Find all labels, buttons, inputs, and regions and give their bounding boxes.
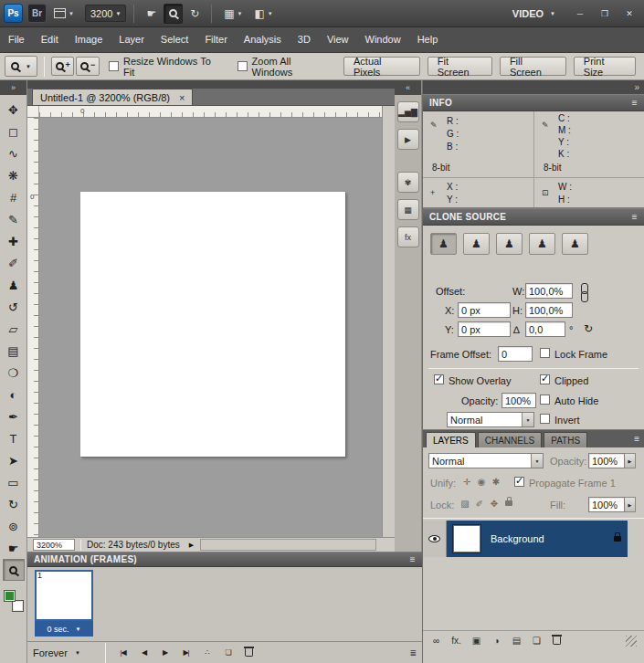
- opacity-input[interactable]: 100%: [501, 393, 536, 408]
- duplicate-frame-button[interactable]: ❏: [217, 644, 238, 661]
- tab-channels[interactable]: CHANNELS: [478, 432, 542, 447]
- menu-analysis[interactable]: Analysis: [236, 27, 290, 52]
- rotate-view-button[interactable]: ↻: [185, 4, 204, 24]
- unify-style-button[interactable]: ✱: [489, 475, 503, 488]
- animation-frame-1[interactable]: 1 0 sec.: [35, 570, 97, 638]
- play-button[interactable]: ▶: [154, 644, 175, 661]
- actual-pixels-button[interactable]: Actual Pixels: [343, 57, 420, 76]
- menu-window[interactable]: Window: [357, 27, 409, 52]
- loop-select[interactable]: Forever: [33, 647, 99, 658]
- restore-button[interactable]: ❐: [594, 5, 616, 22]
- clone-stamp-tool[interactable]: ♟: [3, 274, 25, 296]
- hand-tool-button[interactable]: ☛: [142, 4, 161, 24]
- 3d-rotate-tool[interactable]: ↻: [3, 493, 25, 515]
- x-input[interactable]: 0 px: [458, 302, 511, 318]
- history-brush-tool[interactable]: ↺: [3, 296, 25, 318]
- canvas-area[interactable]: [39, 118, 382, 537]
- document-tab[interactable]: Untitled-1 @ 3200% (RGB/8) ×: [32, 89, 193, 105]
- panel-menu-icon[interactable]: ≡: [632, 212, 638, 222]
- close-button[interactable]: ✕: [618, 5, 640, 22]
- status-zoom-input[interactable]: 3200%: [33, 539, 75, 551]
- slider-arrow-icon[interactable]: [625, 497, 636, 512]
- dock-collapse-strip[interactable]: »: [423, 80, 644, 94]
- layer-style-button[interactable]: fx.: [450, 634, 462, 648]
- print-size-button[interactable]: Print Size: [574, 57, 636, 76]
- unify-visibility-button[interactable]: ◉: [474, 475, 489, 488]
- fill-control[interactable]: 100%: [588, 497, 636, 512]
- fill-input[interactable]: 100%: [588, 497, 625, 512]
- eyedropper-tool[interactable]: ✎: [3, 208, 25, 230]
- panel-menu-icon[interactable]: ≡: [632, 98, 638, 108]
- styles-panel-icon[interactable]: fx: [397, 226, 419, 247]
- view-extras-button[interactable]: [49, 4, 79, 24]
- resize-grip[interactable]: [626, 636, 637, 647]
- previous-frame-button[interactable]: ◀: [133, 644, 154, 661]
- lock-all-button[interactable]: [501, 497, 516, 510]
- tab-layers[interactable]: LAYERS: [426, 432, 476, 447]
- quick-selection-tool[interactable]: ❋: [3, 164, 25, 186]
- next-frame-button[interactable]: ▶|: [175, 644, 196, 661]
- menu-view[interactable]: View: [319, 27, 357, 52]
- lock-pixels-button[interactable]: ✐: [472, 497, 487, 510]
- launch-bridge-button[interactable]: Br: [27, 4, 47, 23]
- frame-thumbnail[interactable]: [35, 570, 93, 621]
- fit-screen-button[interactable]: Fit Screen: [428, 57, 492, 76]
- brush-tool[interactable]: ✐: [3, 252, 25, 274]
- arrange-documents-button[interactable]: ▦: [219, 4, 247, 24]
- type-tool[interactable]: T: [3, 427, 25, 449]
- tab-paths[interactable]: PATHS: [544, 432, 587, 447]
- auto-hide-checkbox[interactable]: [540, 395, 550, 405]
- pen-tool[interactable]: ✒: [3, 405, 25, 427]
- horizontal-ruler[interactable]: 0: [39, 106, 382, 118]
- show-overlay-checkbox[interactable]: [434, 374, 444, 384]
- menu-file[interactable]: File: [0, 27, 33, 52]
- path-selection-tool[interactable]: ➤: [3, 449, 25, 471]
- overlay-blend-mode-select[interactable]: Normal: [447, 412, 534, 427]
- checkbox[interactable]: [238, 61, 248, 71]
- color-panel-icon[interactable]: ✾: [397, 172, 419, 193]
- crop-tool[interactable]: #: [3, 186, 25, 208]
- healing-brush-tool[interactable]: ✚: [3, 230, 25, 252]
- frame-delay-select[interactable]: 0 sec.: [35, 621, 93, 637]
- layer-thumbnail[interactable]: [453, 525, 480, 552]
- resize-windows-checkbox[interactable]: Resize Windows To Fit: [109, 56, 223, 78]
- invert-checkbox[interactable]: [540, 414, 550, 424]
- new-group-button[interactable]: ▤: [511, 634, 523, 648]
- vertical-scrollbar[interactable]: [382, 106, 395, 537]
- zoom-tool-button[interactable]: [164, 4, 183, 24]
- lock-position-button[interactable]: ✥: [487, 497, 501, 510]
- zoom-in-button[interactable]: +: [51, 57, 75, 76]
- actions-panel-icon[interactable]: ▶: [397, 129, 419, 150]
- dock-collapse-strip[interactable]: «: [395, 80, 421, 95]
- 3d-orbit-tool[interactable]: ⊚: [3, 515, 25, 537]
- clone-source-panel-title[interactable]: CLONE SOURCE: [429, 212, 506, 222]
- y-input[interactable]: 0 px: [458, 321, 511, 337]
- angle-input[interactable]: 0,0: [525, 321, 565, 337]
- lock-frame-checkbox[interactable]: [540, 348, 550, 358]
- clone-source-2-button[interactable]: ♟: [463, 233, 490, 255]
- checkbox[interactable]: [109, 61, 119, 71]
- clone-source-4-button[interactable]: ♟: [529, 233, 555, 255]
- menu-3d[interactable]: 3D: [290, 27, 319, 52]
- lock-transparency-button[interactable]: ▨: [458, 497, 472, 510]
- close-icon[interactable]: ×: [179, 92, 185, 103]
- tool-preset-picker[interactable]: [5, 56, 37, 77]
- gradient-tool[interactable]: ▤: [3, 340, 25, 362]
- layer-row-background[interactable]: Background: [423, 521, 628, 557]
- layer-name[interactable]: Background: [491, 533, 544, 544]
- workspace-switcher[interactable]: VIDEO: [512, 8, 566, 19]
- link-icon[interactable]: [580, 283, 588, 303]
- layer-visibility-toggle[interactable]: [423, 521, 447, 557]
- shape-tool[interactable]: ▭: [3, 471, 25, 493]
- reset-transform-icon[interactable]: ↻: [584, 322, 593, 335]
- convert-to-timeline-button[interactable]: ≣: [409, 648, 417, 658]
- dodge-tool[interactable]: ◐: [3, 384, 25, 405]
- move-tool[interactable]: ✥: [3, 99, 25, 121]
- w-input[interactable]: 100,0%: [525, 283, 573, 299]
- opacity-control[interactable]: 100%: [588, 453, 636, 468]
- menu-edit[interactable]: Edit: [33, 27, 67, 52]
- info-panel-title[interactable]: INFO: [429, 98, 452, 108]
- panel-menu-icon[interactable]: ≡: [634, 434, 639, 444]
- frame-offset-input[interactable]: 0: [498, 346, 533, 362]
- slider-arrow-icon[interactable]: [625, 453, 636, 468]
